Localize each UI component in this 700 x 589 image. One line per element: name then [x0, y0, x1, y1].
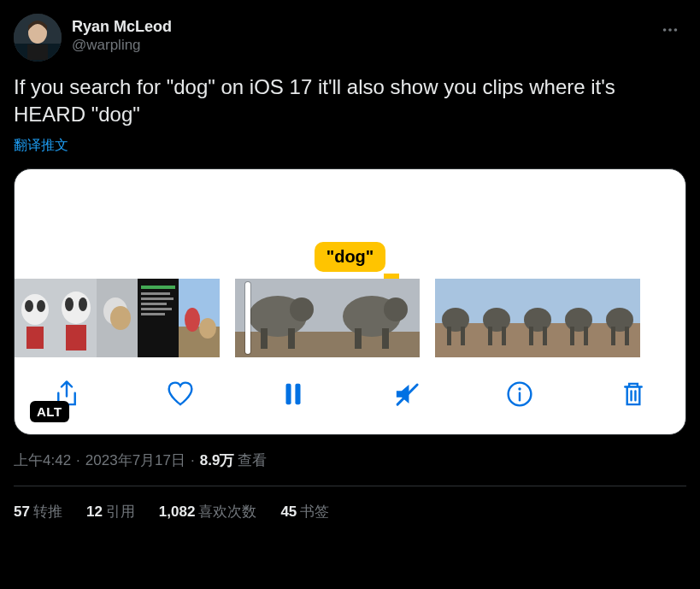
clip-thumbnail[interactable]	[56, 279, 97, 357]
svg-rect-42	[382, 328, 389, 349]
svg-rect-3	[27, 44, 48, 60]
svg-point-65	[606, 308, 633, 332]
svg-point-8	[21, 294, 49, 325]
avatar[interactable]	[14, 14, 62, 62]
bookmarks-count: 45	[280, 504, 297, 520]
svg-rect-66	[611, 327, 615, 345]
svg-point-40	[384, 297, 408, 321]
svg-rect-67	[625, 327, 629, 345]
svg-rect-35	[261, 328, 268, 349]
svg-rect-51	[488, 327, 492, 345]
clip-group-1	[15, 279, 220, 357]
heart-icon	[166, 380, 195, 409]
likes-stat[interactable]: 1,082喜欢次数	[159, 502, 257, 521]
svg-point-4	[663, 28, 667, 32]
svg-rect-11	[26, 327, 44, 349]
svg-point-30	[199, 318, 216, 339]
clip-thumbnail[interactable]	[138, 279, 179, 357]
meta-separator: ·	[76, 452, 80, 469]
tweet: Ryan McLeod @warpling If you search for …	[0, 0, 700, 521]
clip-thumbnail[interactable]	[558, 279, 599, 357]
retweets-label: 转推	[33, 504, 62, 520]
meta-separator: ·	[191, 452, 195, 469]
player-controls	[15, 357, 685, 434]
tweet-meta: 上午4:42 · 2023年7月17日 · 8.9万 查看	[14, 451, 686, 470]
mute-button[interactable]	[389, 376, 425, 412]
quotes-stat[interactable]: 12引用	[86, 502, 135, 521]
trash-icon	[619, 380, 648, 409]
bookmarks-stat[interactable]: 45书签	[280, 502, 329, 521]
info-icon	[505, 380, 534, 409]
speaker-muted-icon	[392, 380, 421, 409]
svg-point-60	[565, 308, 592, 332]
svg-rect-24	[141, 303, 167, 305]
pause-button[interactable]	[275, 376, 311, 412]
clip-thumbnail[interactable]	[517, 279, 558, 357]
handle[interactable]: @warpling	[72, 36, 172, 55]
svg-point-15	[79, 297, 87, 311]
svg-point-45	[442, 308, 469, 332]
clip-thumbnail[interactable]	[435, 279, 476, 357]
svg-rect-47	[461, 327, 465, 345]
ellipsis-icon	[661, 21, 679, 39]
views-count[interactable]: 8.9万	[200, 451, 235, 470]
info-button[interactable]	[502, 376, 538, 412]
retweets-stat[interactable]: 57转推	[14, 502, 62, 521]
like-button[interactable]	[162, 376, 198, 412]
svg-rect-22	[141, 292, 170, 295]
likes-count: 1,082	[159, 504, 196, 520]
svg-rect-68	[286, 384, 291, 404]
pause-icon	[279, 380, 308, 409]
bookmarks-label: 书签	[300, 504, 329, 520]
display-name[interactable]: Ryan McLeod	[72, 17, 172, 36]
search-highlight-badge: "dog"	[315, 242, 386, 272]
media-card[interactable]: "dog"	[14, 168, 686, 435]
tweet-stats: 57转推 12引用 1,082喜欢次数 45书签	[14, 502, 686, 521]
svg-rect-23	[141, 297, 174, 300]
views-label: 查看	[238, 451, 267, 470]
more-button[interactable]	[654, 14, 686, 46]
svg-rect-20	[138, 279, 179, 357]
svg-point-19	[110, 306, 131, 330]
quotes-label: 引用	[106, 504, 135, 520]
svg-point-29	[185, 308, 200, 332]
clip-thumbnail[interactable]	[327, 279, 420, 357]
tweet-date[interactable]: 2023年7月17日	[85, 451, 185, 470]
svg-rect-41	[355, 328, 362, 349]
retweets-count: 57	[14, 504, 30, 520]
clip-thumbnail[interactable]	[476, 279, 517, 357]
svg-rect-57	[543, 327, 547, 345]
svg-rect-26	[141, 313, 165, 315]
svg-rect-62	[584, 327, 588, 345]
svg-point-34	[290, 297, 314, 321]
svg-point-55	[524, 308, 551, 332]
svg-rect-16	[66, 325, 86, 350]
svg-point-10	[37, 300, 45, 312]
svg-rect-46	[447, 327, 451, 345]
clip-thumbnail[interactable]	[15, 279, 56, 357]
delete-button[interactable]	[615, 376, 651, 412]
svg-point-6	[674, 28, 678, 32]
clip-group-3	[435, 279, 640, 357]
clip-thumbnail[interactable]	[179, 279, 220, 357]
user-block: Ryan McLeod @warpling	[72, 14, 172, 55]
translate-link[interactable]: 翻译推文	[14, 137, 68, 155]
video-timeline[interactable]	[15, 279, 685, 357]
tweet-text: If you search for "dog" on iOS 17 it'll …	[14, 74, 686, 128]
tweet-time[interactable]: 上午4:42	[14, 451, 71, 470]
svg-rect-56	[529, 327, 533, 345]
media-top: "dog"	[15, 169, 685, 279]
playhead[interactable]	[245, 282, 250, 354]
svg-point-9	[25, 300, 33, 312]
svg-point-50	[483, 308, 510, 332]
svg-point-72	[519, 387, 521, 390]
svg-rect-21	[141, 286, 175, 289]
quotes-count: 12	[86, 504, 103, 520]
svg-point-5	[668, 28, 672, 32]
clip-thumbnail[interactable]	[599, 279, 640, 357]
alt-badge[interactable]: ALT	[30, 401, 69, 422]
clip-thumbnail[interactable]	[97, 279, 138, 357]
svg-rect-69	[296, 384, 301, 404]
svg-rect-25	[141, 308, 172, 310]
tweet-header: Ryan McLeod @warpling	[14, 14, 686, 62]
